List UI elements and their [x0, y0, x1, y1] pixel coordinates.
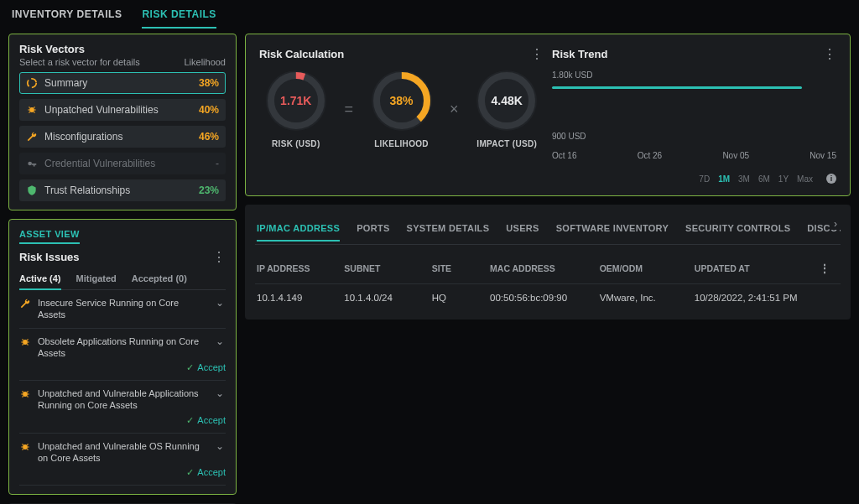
- trend-x-ticks: Oct 16Oct 26Nov 05Nov 15: [552, 151, 836, 160]
- trust-icon: [26, 184, 38, 196]
- issue-text: Obsolete Applications Running on Core As…: [38, 335, 207, 360]
- impact-circle: 4.48K: [476, 70, 537, 131]
- tab-issues-active[interactable]: Active (4): [19, 270, 61, 290]
- impact-label: IMPACT (USD): [476, 139, 537, 148]
- impact-value: 4.48K: [492, 94, 523, 107]
- risk-vector-item: Credential Vulnerabilities-: [19, 153, 226, 174]
- svg-point-0: [28, 79, 37, 88]
- range-option[interactable]: 3M: [738, 174, 750, 184]
- range-option[interactable]: 6M: [758, 174, 770, 184]
- x-tick: Oct 16: [552, 151, 576, 160]
- info-icon[interactable]: i: [826, 174, 836, 184]
- detail-tab[interactable]: IP/MAC ADDRESS: [257, 216, 340, 242]
- chevron-down-icon[interactable]: ⌄: [214, 387, 226, 399]
- risk-vectors-col-label: Likelihood: [184, 57, 226, 67]
- svg-point-5: [23, 444, 28, 449]
- risk-trend-title: Risk Trend: [552, 48, 607, 60]
- tab-issues-mitigated[interactable]: Mitigated: [76, 270, 117, 289]
- detail-panel: IP/MAC ADDRESSPORTSSYSTEM DETAILSUSERSSO…: [245, 205, 851, 320]
- accept-link[interactable]: Accept: [19, 415, 226, 426]
- risk-vector-pct: 40%: [199, 104, 219, 116]
- risk-vector-pct: -: [216, 158, 219, 169]
- chevron-down-icon[interactable]: ⌄: [214, 335, 226, 347]
- likelihood-value: 38%: [389, 94, 413, 107]
- tab-inventory-details[interactable]: INVENTORY DETAILS: [12, 8, 122, 29]
- more-icon[interactable]: ⋮: [530, 46, 544, 62]
- risk-vectors-subtitle: Select a risk vector for details: [19, 57, 140, 67]
- cell-mac: 00:50:56:bc:09:90: [490, 293, 593, 303]
- svg-point-2: [28, 162, 32, 166]
- top-tabs: INVENTORY DETAILS RISK DETAILS: [0, 0, 859, 29]
- col-mac: MAC ADDRESS: [490, 263, 593, 273]
- bug-icon: [19, 441, 31, 453]
- risk-vector-label: Trust Relationships: [44, 184, 130, 196]
- tab-issues-accepted[interactable]: Accepted (0): [132, 270, 187, 289]
- risk-vector-label: Credential Vulnerabilities: [44, 158, 155, 169]
- multiply-icon: ×: [450, 101, 459, 118]
- accept-link[interactable]: Accept: [19, 467, 226, 478]
- cell-site: HQ: [432, 293, 483, 303]
- cell-subnet: 10.1.4.0/24: [344, 293, 424, 303]
- more-icon[interactable]: ⋮: [212, 249, 226, 265]
- trend-y-label-top: 1.80k USD: [552, 70, 836, 80]
- issue-text: Unpatched and Vulnerable Applications Ru…: [38, 387, 207, 412]
- risk-issue-item: Obsolete Applications Running on Core As…: [19, 329, 226, 382]
- bug-icon: [19, 388, 31, 400]
- detail-tab[interactable]: PORTS: [357, 216, 389, 241]
- risk-vector-item[interactable]: Summary38%: [19, 72, 226, 94]
- likelihood-circle: 38%: [372, 70, 432, 131]
- wrench-icon: [26, 131, 38, 143]
- more-icon[interactable]: ⋮: [819, 262, 839, 275]
- more-icon[interactable]: ⋮: [823, 46, 836, 62]
- risk-vector-pct: 23%: [199, 184, 219, 196]
- risk-vector-pct: 38%: [199, 77, 219, 89]
- risk-issue-item: Unpatched and Vulnerable Applications Ru…: [19, 381, 226, 434]
- range-option[interactable]: Max: [797, 174, 813, 184]
- risk-vector-label: Misconfigurations: [44, 131, 122, 143]
- x-tick: Nov 15: [810, 151, 836, 160]
- risk-vector-label: Summary: [44, 77, 87, 89]
- scroll-right-icon[interactable]: ›: [830, 218, 841, 230]
- col-subnet: SUBNET: [344, 263, 424, 273]
- trend-chart: [552, 85, 836, 127]
- credential-icon: [26, 158, 38, 169]
- summary-icon: [26, 77, 38, 89]
- risk-vectors-panel: Risk Vectors Select a risk vector for de…: [8, 34, 237, 210]
- detail-tab[interactable]: USERS: [506, 216, 539, 241]
- bug-icon: [19, 336, 31, 348]
- range-option[interactable]: 1M: [718, 174, 730, 184]
- risk-vector-item[interactable]: Misconfigurations46%: [19, 126, 226, 148]
- bug-icon: [26, 104, 38, 116]
- risk-vector-item[interactable]: Unpatched Vulnerabilities40%: [19, 99, 226, 121]
- cell-oem: VMware, Inc.: [600, 293, 688, 303]
- risk-vector-label: Unpatched Vulnerabilities: [44, 104, 159, 116]
- col-oem: OEM/ODM: [600, 263, 688, 273]
- risk-top-panel: Risk Calculation ⋮ 1.71K RISK (USD) =: [245, 34, 851, 196]
- x-tick: Nov 05: [722, 151, 749, 160]
- detail-tab[interactable]: SYSTEM DETAILS: [407, 216, 490, 241]
- col-site: SITE: [432, 263, 483, 273]
- range-option[interactable]: 1Y: [778, 174, 789, 184]
- svg-point-4: [23, 392, 28, 397]
- risk-calculation-title: Risk Calculation: [259, 48, 344, 60]
- cell-ip: 10.1.4.149: [257, 293, 337, 303]
- risk-vector-pct: 46%: [199, 131, 219, 143]
- risk-vector-item[interactable]: Trust Relationships23%: [19, 179, 226, 201]
- detail-tab[interactable]: SECURITY CONTROLS: [685, 216, 790, 241]
- equals-icon: =: [344, 101, 353, 118]
- issue-text: Insecure Service Running on Core Assets: [38, 297, 207, 321]
- risk-vectors-title: Risk Vectors: [19, 43, 140, 55]
- tab-asset-view[interactable]: ASSET VIEW: [19, 229, 80, 244]
- issue-text: Unpatched and Vulnerable OS Running on C…: [38, 440, 207, 465]
- risk-issue-item: Insecure Service Running on Core Assets⌄: [19, 290, 226, 329]
- likelihood-label: LIKELIHOOD: [374, 139, 429, 148]
- risk-issues-panel: ASSET VIEW Risk Issues ⋮ Active (4) Miti…: [8, 219, 237, 495]
- tab-risk-details[interactable]: RISK DETAILS: [142, 8, 216, 29]
- table-row[interactable]: 10.1.4.149 10.1.4.0/24 HQ 00:50:56:bc:09…: [255, 284, 841, 311]
- accept-link[interactable]: Accept: [19, 362, 226, 373]
- range-option[interactable]: 7D: [699, 174, 710, 184]
- chevron-down-icon[interactable]: ⌄: [214, 297, 226, 309]
- risk-issue-item: Unpatched and Vulnerable OS Running on C…: [19, 434, 226, 486]
- detail-tab[interactable]: SOFTWARE INVENTORY: [556, 216, 669, 241]
- chevron-down-icon[interactable]: ⌄: [214, 440, 226, 452]
